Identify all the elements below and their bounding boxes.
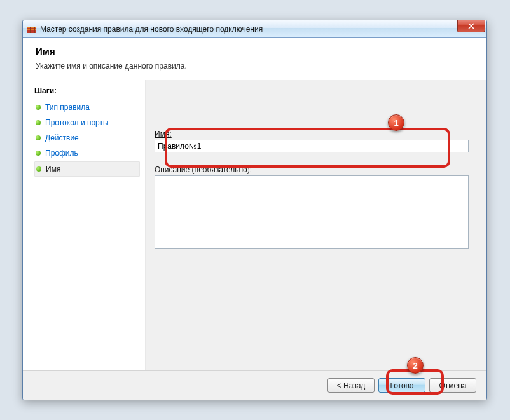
steps-heading: Шаги:	[34, 86, 140, 95]
step-name[interactable]: Имя	[34, 161, 140, 177]
cancel-button[interactable]: Отмена	[429, 378, 476, 393]
step-label: Протокол и порты	[45, 118, 109, 127]
body-area: Шаги: Тип правила Протокол и порты Дейст…	[23, 80, 486, 379]
step-label: Имя	[46, 165, 60, 173]
close-icon	[468, 23, 474, 29]
window-title: Мастер создания правила для нового входя…	[40, 25, 263, 34]
svg-rect-3	[30, 27, 31, 33]
bullet-icon	[36, 105, 41, 110]
svg-rect-4	[34, 27, 35, 33]
step-rule-type[interactable]: Тип правила	[34, 100, 140, 114]
description-input[interactable]	[155, 175, 469, 249]
description-label: Описание (необязательно):	[155, 165, 469, 174]
bullet-icon	[36, 151, 41, 156]
wizard-window: Мастер создания правила для нового входя…	[22, 20, 487, 400]
finish-button[interactable]: Готово	[378, 378, 425, 393]
description-field-group: Описание (необязательно):	[155, 165, 469, 251]
step-label: Действие	[45, 133, 79, 142]
content-panel: Имя: Описание (необязательно):	[145, 80, 486, 379]
back-button[interactable]: < Назад	[327, 378, 375, 393]
firewall-icon	[27, 24, 37, 34]
titlebar: Мастер создания правила для нового входя…	[23, 20, 486, 38]
header-area: Имя Укажите имя и описание данного прави…	[23, 38, 486, 79]
name-input[interactable]	[155, 140, 469, 152]
step-action[interactable]: Действие	[34, 131, 140, 145]
step-protocol-ports[interactable]: Протокол и порты	[34, 116, 140, 130]
bullet-icon	[36, 120, 41, 125]
step-profile[interactable]: Профиль	[34, 146, 140, 160]
button-bar: < Назад Готово Отмена	[23, 370, 486, 400]
close-button[interactable]	[457, 20, 485, 32]
page-title: Имя	[36, 46, 474, 57]
name-field-group: Имя:	[155, 130, 469, 152]
bullet-icon	[36, 135, 41, 140]
page-subtitle: Укажите имя и описание данного правила.	[36, 62, 474, 71]
sidebar: Шаги: Тип правила Протокол и порты Дейст…	[23, 80, 145, 379]
step-label: Профиль	[45, 149, 78, 158]
bullet-icon	[36, 166, 41, 172]
step-label: Тип правила	[45, 103, 90, 112]
name-label: Имя:	[155, 130, 469, 139]
